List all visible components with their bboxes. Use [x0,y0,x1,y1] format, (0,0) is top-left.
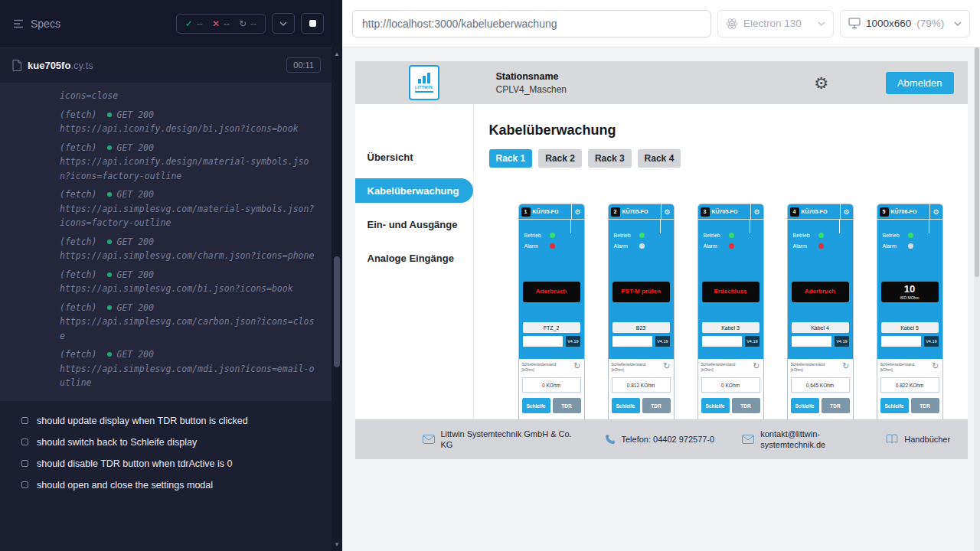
schleife-button[interactable]: Schleife [880,398,909,413]
tab-rack-3[interactable]: Rack 3 [588,149,632,168]
schleife-button[interactable]: Schleife [701,398,730,413]
status-display: Aderbruch [523,282,580,302]
viewport-selector[interactable]: 1000x660 (79%) [840,10,970,37]
stat-failed: ✕-- [212,18,230,29]
test-stats: ✓-- ✕-- ↻-- [176,14,266,34]
betrieb-led-icon [908,233,913,238]
screen: Specs ✓-- ✕-- ↻-- kue705fo .cy.ts 00:11 … [0,0,980,551]
app-body: Übersicht Kabelüberwachung Ein- und Ausg… [355,104,968,419]
refresh-icon[interactable]: ↻ [573,362,580,370]
tdr-button[interactable]: TDR [911,398,939,413]
logo-subline [415,91,433,93]
stat-passed: ✓-- [185,18,203,29]
firmware-version: V4.19 [835,336,848,347]
log-entry: (fetch)GET 200 https://api.simplesvg.com… [60,301,318,344]
device-card-5: 5 KÜ706-FO ⚙ Betrieb Alarm [877,204,943,419]
log-url-continuation: icons=close [60,89,318,103]
sidebar-item-analoge-eingaenge[interactable]: Analoge Eingänge [355,246,473,270]
refresh-icon[interactable]: ↻ [753,362,760,370]
sidebar-item-uebersicht[interactable]: Übersicht [355,145,473,169]
card-gear-icon[interactable]: ⚙ [661,204,674,220]
check-icon: ✓ [185,18,193,29]
tab-rack-1[interactable]: Rack 1 [489,149,533,168]
display-field [702,336,743,347]
footer-email: kontakt@littwin-systemtechnik.de [742,429,858,451]
cable-name: Kabel 5 [881,322,939,333]
resistance-value: 0.645 KOhm [791,377,850,393]
alarm-led-icon [550,243,555,249]
divider [750,220,750,233]
reporter-scrollbar[interactable]: ▲ ▼ [332,0,342,551]
card-gear-icon[interactable]: ⚙ [750,204,763,220]
schleife-button[interactable]: Schleife [522,398,550,413]
test-item[interactable]: should update display when TDR button is… [21,410,332,432]
scrollbar-thumb[interactable] [334,256,340,367]
refresh-icon[interactable]: ↻ [932,362,939,370]
card-gear-icon[interactable]: ⚙ [840,204,853,220]
card-gear-icon[interactable]: ⚙ [571,204,584,220]
status-dot-icon [107,272,112,277]
scroll-down-icon[interactable]: ▼ [332,541,342,548]
settings-gear-icon[interactable]: ⚙ [814,75,828,91]
display-field [612,336,653,347]
spec-header: kue705fo .cy.ts 00:11 [0,47,332,83]
betrieb-label: Betrieb [883,233,908,238]
device-model: KÜ705-FO [802,209,840,214]
tdr-button[interactable]: TDR [553,398,581,413]
log-url: https://api.simplesvg.com/charm.json?ico… [60,249,318,263]
alarm-label: Alarm [524,243,550,249]
device-cards: 1 KÜ705-FO ⚙ Betrieb Alarm [518,204,968,419]
collapse-button[interactable] [272,13,295,34]
scroll-up-icon[interactable]: ▲ [332,51,342,57]
log-entry: (fetch)GET 200 https://api.simplesvg.com… [60,347,318,390]
scrollbar-thumb[interactable] [975,47,979,277]
status-display: PST-M prüfen [612,282,670,302]
tdr-button[interactable]: TDR [822,398,850,413]
url-input[interactable]: http://localhost:3000/kabelueberwachung [352,10,711,37]
firmware-version: V4.19 [745,336,759,347]
page-title: Kabelüberwachung [489,122,968,139]
tab-rack-4[interactable]: Rack 4 [638,149,681,168]
specs-menu-icon [12,18,24,29]
cable-name: Kabel 4 [792,322,849,333]
sidebar-item-kabelueberwachung[interactable]: Kabelüberwachung [355,178,473,203]
tab-rack-2[interactable]: Rack 2 [538,149,582,168]
schleife-button[interactable]: Schleife [612,398,640,413]
log-url: https://api.simplesvg.com/bi.json?icons=… [60,282,318,296]
sidebar-item-ein-und-ausgaenge[interactable]: Ein- und Ausgänge [355,212,473,236]
card-gear-icon[interactable]: ⚙ [929,204,942,220]
firmware-version: V4.19 [655,336,669,347]
measurement-label: Schleifenwiderstand [kOhm] [522,362,567,372]
test-item[interactable]: should open and close the settings modal [21,474,332,496]
test-item[interactable]: should switch back to Schleife display [21,432,332,453]
firmware-version: V4.19 [924,336,938,347]
betrieb-label: Betrieb [793,233,818,238]
command-log[interactable]: icons=close (fetch)GET 200 https://api.i… [0,83,332,401]
divider [660,220,661,233]
refresh-icon[interactable]: ↻ [842,362,849,370]
status-dot-icon [107,240,112,244]
refresh-icon[interactable]: ↻ [663,362,670,370]
window-scrollbar[interactable] [974,47,980,551]
chevron-down-icon [818,21,825,26]
tdr-button[interactable]: TDR [732,398,760,413]
device-model: KÜ705-FO [622,209,661,214]
tdr-button[interactable]: TDR [642,398,671,413]
specs-toggle[interactable]: Specs [12,18,60,30]
log-entry: (fetch)GET 200 https://api.simplesvg.com… [60,187,318,230]
logout-button[interactable]: Abmelden [886,72,954,94]
log-url: https://api.simplesvg.com/carbon.json?ic… [60,315,318,343]
schleife-button[interactable]: Schleife [791,398,819,413]
browser-selector[interactable]: Electron 130 [717,10,834,37]
stop-button[interactable] [301,13,324,34]
device-model: KÜ705-FO [712,209,750,214]
alarm-led-icon [729,243,734,249]
test-item[interactable]: should disable TDR button when tdrActive… [21,453,332,474]
log-url: https://api.simplesvg.com/material-symbo… [60,202,318,230]
test-state-icon [21,460,28,467]
alarm-label: Alarm [883,243,908,249]
email-icon [742,435,754,444]
footer-manuals[interactable]: Handbücher [886,434,950,445]
slot-number: 5 [880,207,889,217]
electron-icon [726,18,738,30]
